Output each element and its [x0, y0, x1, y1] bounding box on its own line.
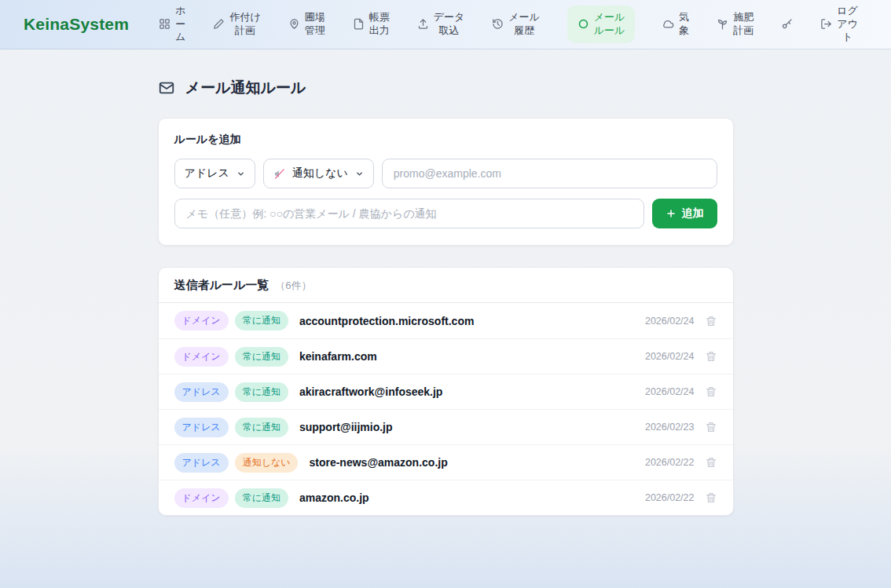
rule-row: ドメイン 常に通知 amazon.co.jp 2026/02/22: [159, 480, 733, 515]
nav-item-label: メール 履歴: [508, 11, 540, 38]
rule-type-select-value: アドレス: [185, 166, 229, 181]
rule-pattern: keinafarm.com: [299, 350, 377, 363]
rule-pattern: akiracraftwork@infoseek.jp: [299, 385, 443, 398]
rule-type-badge: アドレス: [174, 418, 229, 437]
rule-action-badge: 常に通知: [235, 382, 288, 402]
pencil-icon: [213, 18, 225, 30]
delete-rule-button[interactable]: [705, 315, 717, 327]
rule-type-badge: ドメイン: [174, 311, 229, 331]
email-pattern-input[interactable]: [382, 159, 717, 188]
nav-item-password[interactable]: [781, 18, 793, 30]
sprout-icon: [717, 18, 728, 30]
memo-input[interactable]: [174, 199, 644, 228]
add-rule-heading: ルールを追加: [174, 133, 717, 147]
nav-item-label: ホ ー ム: [175, 5, 185, 45]
trash-icon: [705, 350, 717, 363]
rule-action-select-value: 通知しない: [292, 166, 348, 181]
nav-item-label: 帳票 出力: [369, 11, 390, 38]
logout-icon: [820, 18, 832, 30]
sender-rules-card: 送信者ルール一覧 （6件） ドメイン 常に通知 accountprotectio…: [158, 267, 734, 516]
chevron-down-icon: [236, 170, 245, 178]
nav-item-label: 施肥 計画: [733, 11, 754, 38]
rule-action-badge: 常に通知: [235, 488, 288, 508]
rule-pattern: accountprotection.microsoft.com: [299, 315, 474, 327]
delete-rule-button[interactable]: [705, 421, 717, 433]
rule-action-badge: 通知しない: [235, 453, 299, 473]
trash-icon: [705, 385, 717, 398]
rule-action-badge: 常に通知: [235, 311, 288, 331]
trash-icon: [705, 421, 717, 433]
nav-item-weather[interactable]: 気 象: [662, 11, 689, 38]
add-rule-button[interactable]: 追加: [652, 199, 717, 228]
main-content: メール通知ルール ルールを追加 アドレス 通知しない: [158, 78, 734, 516]
rule-type-badge: ドメイン: [174, 347, 229, 367]
rule-pattern: support@iijmio.jp: [299, 421, 393, 433]
delete-rule-button[interactable]: [705, 491, 717, 504]
nav-item-fertilizer-plan[interactable]: 施肥 計画: [717, 11, 754, 38]
add-rule-row-1: アドレス 通知しない: [174, 159, 717, 188]
add-rule-row-2: 追加: [174, 199, 717, 228]
delete-rule-button[interactable]: [705, 385, 717, 398]
nav-item-label: データ 取込: [434, 11, 465, 38]
rule-row: アドレス 常に通知 support@iijmio.jp 2026/02/23: [159, 409, 733, 444]
nav-item-label: 気 象: [679, 11, 689, 38]
rule-action-badge: 常に通知: [235, 418, 288, 437]
rule-row: ドメイン 常に通知 accountprotection.microsoft.co…: [159, 303, 733, 338]
key-icon: [781, 18, 793, 30]
rule-row: アドレス 常に通知 akiracraftwork@infoseek.jp 202…: [159, 374, 733, 409]
nav-item-label: ログ アウ ト: [837, 5, 858, 45]
map-pin-icon: [288, 18, 300, 30]
rule-date: 2026/02/24: [645, 351, 695, 362]
rule-date: 2026/02/24: [645, 316, 695, 327]
history-icon: [492, 18, 504, 30]
envelope-icon: [158, 79, 175, 97]
bell-off-icon: [273, 168, 285, 180]
sender-rules-count: （6件）: [275, 279, 311, 293]
chevron-down-icon: [355, 170, 364, 178]
plus-icon: [666, 208, 676, 219]
trash-icon: [705, 315, 717, 327]
rule-date: 2026/02/22: [645, 492, 695, 503]
rule-row: アドレス 通知しない store-news@amazon.co.jp 2026/…: [159, 444, 733, 480]
rule-action-select[interactable]: 通知しない: [263, 159, 374, 188]
document-icon: [353, 18, 365, 30]
rule-date: 2026/02/22: [645, 457, 695, 468]
brand-logo: KeinaSystem: [24, 15, 129, 34]
nav-item-mail-history[interactable]: メール 履歴: [492, 11, 540, 38]
sender-rules-title: 送信者ルール一覧: [174, 278, 270, 293]
rule-type-badge: ドメイン: [174, 488, 229, 508]
nav-item-label: 作付け 計画: [229, 11, 260, 38]
rule-pattern: amazon.co.jp: [299, 491, 369, 504]
cloud-icon: [662, 18, 674, 30]
trash-icon: [705, 491, 717, 504]
top-navigation-bar: KeinaSystem ホ ー ム 作付け 計画 圃場 管理 帳票 出力: [0, 0, 891, 49]
nav-item-report-output[interactable]: 帳票 出力: [353, 11, 390, 38]
rule-type-select[interactable]: アドレス: [174, 159, 255, 188]
rule-action-badge: 常に通知: [235, 347, 288, 367]
page-title: メール通知ルール: [185, 78, 306, 98]
grid-icon: [159, 18, 170, 30]
nav-item-label: 圃場 管理: [305, 11, 325, 38]
rule-date: 2026/02/23: [645, 422, 695, 433]
rule-type-badge: アドレス: [174, 453, 229, 473]
nav-item-home[interactable]: ホ ー ム: [159, 5, 185, 45]
rule-row: ドメイン 常に通知 keinafarm.com 2026/02/24: [159, 338, 733, 374]
nav-item-logout[interactable]: ログ アウ ト: [820, 5, 858, 45]
page-header: メール通知ルール: [158, 78, 734, 98]
circle-icon: [578, 18, 589, 30]
nav-item-mail-rules[interactable]: メール ルール: [567, 5, 636, 43]
nav-item-planting-plan[interactable]: 作付け 計画: [213, 11, 260, 38]
sender-rules-header: 送信者ルール一覧 （6件）: [159, 268, 733, 303]
nav-item-data-import[interactable]: データ 取込: [417, 11, 465, 38]
nav-item-label: メール ルール: [594, 11, 625, 38]
main-nav: ホ ー ム 作付け 計画 圃場 管理 帳票 出力 データ 取込: [159, 5, 858, 45]
add-rule-card: ルールを追加 アドレス 通知しない: [158, 118, 734, 246]
rule-type-badge: アドレス: [174, 382, 229, 402]
add-rule-button-label: 追加: [682, 206, 704, 221]
rule-pattern: store-news@amazon.co.jp: [309, 456, 447, 469]
delete-rule-button[interactable]: [705, 350, 717, 363]
rule-date: 2026/02/24: [645, 386, 695, 397]
nav-item-field-manage[interactable]: 圃場 管理: [288, 11, 325, 38]
delete-rule-button[interactable]: [705, 456, 717, 469]
upload-icon: [417, 18, 429, 30]
